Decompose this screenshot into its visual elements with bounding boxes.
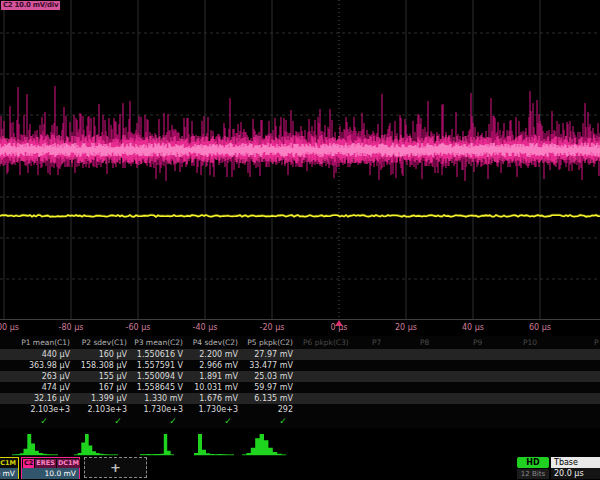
measure-row-mean: 363.98 µV 158.308 µV 1.557591 V 2.966 mV… (0, 360, 600, 371)
time-tick-label: 40 µs (462, 323, 484, 332)
status-check-icon: ✓ (279, 415, 287, 428)
measure-row-sdev: 32.16 µV 1.399 µV 1.330 mV 1.676 mV 6.13… (0, 393, 600, 404)
measure-cell: 1.557591 V (127, 360, 183, 371)
measure-row-max: 474 µV 167 µV 1.558645 V 10.031 mV 59.97… (0, 382, 600, 393)
measure-cell: 10.031 mV (183, 382, 238, 393)
measure-cell: 160 µV (70, 349, 127, 360)
status-check-icon: ✓ (169, 415, 177, 428)
measure-column-header[interactable]: P3 mean(C2) (127, 336, 183, 349)
add-trace-button[interactable]: + (84, 457, 147, 478)
measure-cell: 1.550094 V (127, 371, 183, 382)
measure-cell: 6.135 mV (238, 393, 293, 404)
channel-descriptor-c1[interactable]: DC1M 10.0 mV (0, 457, 19, 479)
measure-cell: 32.16 µV (8, 393, 70, 404)
measure-column-header-disabled[interactable]: P (594, 336, 599, 349)
histicon-p2[interactable] (74, 432, 118, 456)
histicon-p5[interactable] (242, 432, 286, 456)
measurement-table: P1 mean(C1) P2 sdev(C1) P3 mean(C2) P4 s… (0, 336, 600, 428)
histicon-p4[interactable] (194, 432, 234, 456)
hd-mode-indicator[interactable]: HD 12 Bits (517, 457, 549, 479)
measure-cell: 59.97 mV (238, 382, 293, 393)
oscilloscope-screen: C2 10.0 mV/div -100 µs -80 µs -60 µs -40… (0, 0, 600, 480)
trigger-position-marker[interactable] (335, 320, 343, 326)
measure-cell: 33.477 mV (238, 360, 293, 371)
measure-cell: 1.550616 V (127, 349, 183, 360)
measure-cell: 1.676 mV (183, 393, 238, 404)
timebase-label: Tbase (551, 457, 600, 468)
measure-column-header-disabled[interactable]: P8 (420, 336, 429, 349)
c2-label-badge: C2 (23, 459, 34, 468)
measure-column-header-disabled[interactable]: P7 (372, 336, 381, 349)
histicon-row (0, 430, 600, 456)
time-tick-label: -100 µs (0, 323, 19, 332)
measure-cell: 1.558645 V (127, 382, 183, 393)
measure-column-header[interactable]: P2 sdev(C1) (70, 336, 127, 349)
trace-annotation: C2 10.0 mV/div (1, 1, 60, 10)
measure-column-header[interactable]: P5 pkpk(C2) (238, 336, 293, 349)
measure-cell: 2.966 mV (183, 360, 238, 371)
measure-row-min: 263 µV 155 µV 1.550094 V 1.891 mV 25.03 … (0, 371, 600, 382)
time-tick-label: -40 µs (193, 323, 218, 332)
c1-coupling-badge: DC1M (0, 459, 17, 468)
time-tick-label: 20 µs (395, 323, 417, 332)
c2-vdiv-value: 10.0 mV (22, 468, 79, 479)
measure-cell: 1.330 mV (127, 393, 183, 404)
time-tick-label: -80 µs (59, 323, 84, 332)
measure-cell: 2.103e+3 (70, 404, 127, 415)
measure-cell: 1.891 mV (183, 371, 238, 382)
status-check-icon: ✓ (224, 415, 232, 428)
measure-header-row: P1 mean(C1) P2 sdev(C1) P3 mean(C2) P4 s… (0, 336, 600, 349)
waveform-display: C2 10.0 mV/div (0, 0, 600, 320)
measure-cell: 1.730e+3 (127, 404, 183, 415)
time-axis: -100 µs -80 µs -60 µs -40 µs -20 µs 0 µs… (0, 320, 600, 336)
timebase-value: 20.0 µs (551, 468, 600, 479)
scope-grid (0, 0, 600, 320)
histicon-p3[interactable] (140, 432, 174, 456)
status-check-icon: ✓ (40, 415, 48, 428)
measure-cell: 1.730e+3 (183, 404, 238, 415)
measure-cell: 155 µV (70, 371, 127, 382)
measure-row-status: ✓ ✓ ✓ ✓ ✓ (0, 415, 600, 428)
measure-cell: 474 µV (8, 382, 70, 393)
measure-row-value: 440 µV 160 µV 1.550616 V 2.200 mV 27.97 … (0, 349, 600, 360)
bottom-bar: DC1M 10.0 mV C2 ERES DC1M 10.0 mV + HD 1… (0, 457, 600, 480)
hd-bits-label: 12 Bits (517, 469, 549, 479)
c2-eres-badge: ERES (35, 459, 56, 468)
measure-cell: 440 µV (8, 349, 70, 360)
measure-cell: 2.200 mV (183, 349, 238, 360)
measure-row-num: 2.103e+3 2.103e+3 1.730e+3 1.730e+3 292 (0, 404, 600, 415)
measure-column-header-disabled[interactable]: P10 (523, 336, 537, 349)
c2-trace (0, 86, 600, 181)
plus-icon: + (110, 460, 121, 475)
measure-cell: 263 µV (8, 371, 70, 382)
status-check-icon: ✓ (114, 415, 122, 428)
time-tick-label: -60 µs (126, 323, 151, 332)
c1-vdiv-value: 10.0 mV (0, 468, 18, 479)
histicon-p1[interactable] (12, 432, 58, 456)
measure-column-header-disabled[interactable]: P9 (473, 336, 482, 349)
measure-column-header[interactable]: P1 mean(C1) (8, 336, 70, 349)
measure-cell: 25.03 mV (238, 371, 293, 382)
measure-cell: 363.98 µV (8, 360, 70, 371)
time-tick-label: 60 µs (529, 323, 551, 332)
measure-column-header[interactable]: P4 sdev(C2) (183, 336, 238, 349)
hd-badge: HD (517, 457, 549, 468)
measure-cell: 292 (238, 404, 293, 415)
measure-column-header-disabled[interactable]: P6 pkpk(C3) (303, 336, 349, 349)
measure-cell: 2.103e+3 (8, 404, 70, 415)
time-tick-label: -20 µs (260, 323, 285, 332)
measure-cell: 27.97 mV (238, 349, 293, 360)
c2-coupling-badge: DC1M (57, 459, 80, 468)
timebase-descriptor[interactable]: Tbase 20.0 µs (551, 457, 600, 479)
measure-cell: 167 µV (70, 382, 127, 393)
measure-cell: 158.308 µV (70, 360, 127, 371)
measure-cell: 1.399 µV (70, 393, 127, 404)
channel-descriptor-c2[interactable]: C2 ERES DC1M 10.0 mV (21, 457, 80, 479)
